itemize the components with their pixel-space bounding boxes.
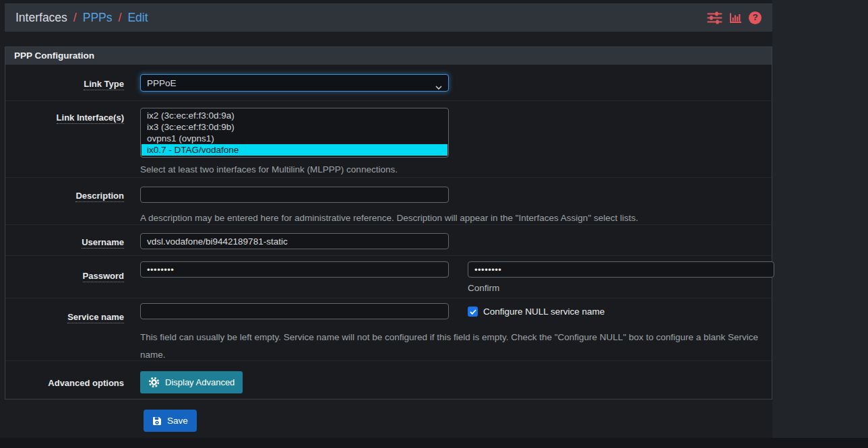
service-name-help: This field can usually be left empty. Se… [140,329,763,364]
link-interfaces-row: Link Interface(s) ix2 (3c:ec:ef:f3:0d:9a… [5,101,772,178]
configure-null-label: Configure NULL service name [483,307,604,317]
description-help: A description may be entered here for ad… [140,210,763,227]
advanced-options-label: Advanced options [48,378,124,388]
password-row: Password Confirm [5,256,772,298]
breadcrumb-separator: / [119,11,122,25]
listbox-option[interactable]: ix0.7 - DTAG/vodafone [142,144,447,156]
breadcrumb: Interfaces / PPPs / Edit [16,11,148,25]
password-label: Password [83,271,124,282]
description-label: Description [75,191,124,202]
advanced-options-row: Advanced options Display Advanced [5,361,772,399]
listbox-option[interactable]: ix3 (3c:ec:ef:f3:0d:9b) [142,121,447,133]
chevron-down-icon [435,82,442,92]
breadcrumb-section: Interfaces [16,11,67,25]
link-type-label: Link Type [84,79,124,90]
status-filter-sliders-icon[interactable] [707,11,722,24]
description-input[interactable] [140,187,449,203]
link-interfaces-listbox[interactable]: ix2 (3c:ec:ef:f3:0d:9a)ix3 (3c:ec:ef:f3:… [140,108,449,158]
gear-icon [148,377,160,388]
service-name-input[interactable] [140,303,449,319]
navbar-icon-group: ? [707,11,762,24]
breadcrumb-link-edit[interactable]: Edit [127,11,148,25]
username-input[interactable] [140,233,449,249]
breadcrumb-separator: / [73,11,77,25]
panel-title: PPP Configuration [5,47,772,65]
password-confirm-input[interactable] [468,261,774,278]
traffic-graph-icon[interactable] [729,12,742,24]
help-icon-glyph: ? [752,13,757,22]
display-advanced-label: Display Advanced [165,377,235,387]
content-column: Interfaces / PPPs / Edit [0,0,772,438]
link-type-selected-value: PPPoE [147,78,177,88]
save-floppy-icon [152,416,162,426]
service-name-label: Service name [67,312,124,323]
link-type-row: Link Type PPPoE [5,65,772,101]
configure-null-checkbox-group[interactable]: Configure NULL service name [468,303,604,317]
password-input[interactable] [140,261,449,278]
help-icon[interactable]: ? [749,11,762,24]
page-footer-strip [0,438,868,448]
listbox-option[interactable]: ovpns1 (ovpns1) [142,133,447,144]
listbox-option[interactable]: ix2 (3c:ec:ef:f3:0d:9a) [142,110,447,121]
link-interfaces-help: Select at least two interfaces for Multi… [140,164,763,176]
save-button-label: Save [167,416,188,426]
link-type-select[interactable]: PPPoE [140,74,449,92]
save-button[interactable]: Save [144,410,197,432]
username-label: Username [82,237,124,249]
password-confirm-caption: Confirm [468,283,774,293]
link-interfaces-label: Link Interface(s) [57,113,124,124]
ppp-configuration-panel: PPP Configuration Link Type PPPoE [5,46,772,399]
description-row: Description A description may be entered… [5,178,772,225]
configure-null-checkbox[interactable] [468,307,478,317]
display-advanced-button[interactable]: Display Advanced [140,371,243,393]
service-name-row: Service name Configure NULL service name… [5,298,772,361]
checkmark-icon [470,309,476,315]
username-row: Username [5,225,772,256]
breadcrumb-bar: Interfaces / PPPs / Edit [5,3,772,32]
breadcrumb-link-ppps[interactable]: PPPs [83,11,113,25]
